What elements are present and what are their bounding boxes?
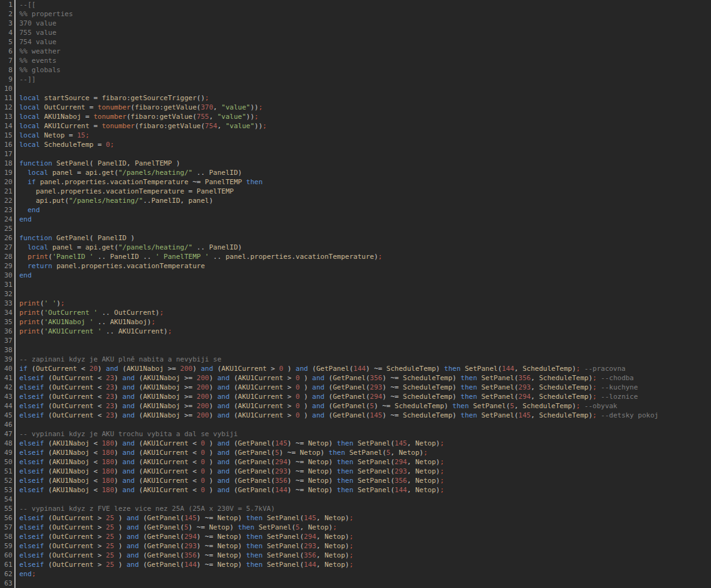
line-number: 28: [0, 252, 12, 261]
line-number: 49: [0, 448, 12, 457]
code-editor[interactable]: 1--[[2%% properties3370 value4755 value5…: [0, 0, 711, 588]
code-text: elseif (OutCurrent > 25 ) and (GetPanel(…: [16, 523, 337, 532]
code-line: 10: [0, 84, 711, 93]
code-line: 57elseif (OutCurrent > 25 ) and (GetPane…: [0, 523, 711, 532]
code-text: --]]: [16, 75, 36, 84]
code-text: elseif (OutCurrent < 23) and (AKU1Naboj …: [16, 411, 659, 420]
code-line: 54: [0, 495, 711, 504]
code-text: elseif (OutCurrent > 25 ) and (GetPanel(…: [16, 551, 354, 560]
line-number: 13: [0, 112, 12, 121]
code-text: elseif (OutCurrent < 23) and (AKU1Naboj …: [16, 401, 618, 411]
code-line: 44elseif (OutCurrent < 23) and (AKU1Nabo…: [0, 401, 711, 411]
line-number: 34: [0, 308, 12, 317]
line-number: 22: [0, 196, 12, 205]
code-text: elseif (AKU1Naboj < 180) and (AKU1Curren…: [16, 457, 444, 467]
line-number: 1: [0, 0, 12, 9]
code-line: 15local Netop = 15;: [0, 131, 711, 140]
line-number: 54: [0, 495, 12, 504]
code-text: local panel = api.get("/panels/heating/"…: [16, 168, 242, 177]
code-text: 754 value: [16, 37, 57, 47]
code-text: [16, 579, 19, 588]
code-text: %% weather: [16, 47, 60, 56]
line-number: 46: [0, 420, 12, 429]
code-line: 48elseif (AKU1Naboj < 180) and (AKU1Curr…: [0, 439, 711, 448]
code-text: return panel.properties.vacationTemperat…: [16, 261, 205, 271]
line-number: 45: [0, 411, 12, 420]
code-line: 47-- vypinani kdyz je AKU trochu vybita …: [0, 429, 711, 439]
line-number: 11: [0, 93, 12, 103]
code-line: 24end: [0, 215, 711, 224]
line-number: 4: [0, 28, 12, 37]
line-number: 48: [0, 439, 12, 448]
code-text: [16, 289, 19, 299]
code-line: 52elseif (AKU1Naboj < 180) and (AKU1Curr…: [0, 476, 711, 485]
code-text: if panel.properties.vacationTemperature …: [16, 177, 263, 187]
code-line: 23 end: [0, 205, 711, 215]
code-line: 28 print('PanelID ' .. PanelID .. ' Pane…: [0, 252, 711, 261]
code-text: function GetPanel( PanelID ): [16, 233, 134, 243]
code-line: 30end: [0, 271, 711, 280]
code-line: 25: [0, 224, 711, 233]
line-number: 38: [0, 345, 12, 355]
line-number: 57: [0, 523, 12, 532]
line-number: 63: [0, 579, 12, 588]
code-line: 4755 value: [0, 28, 711, 37]
code-text: [16, 149, 19, 159]
line-number: 62: [0, 569, 12, 579]
code-line: 40if (OutCurrent < 20) and (AKU1Naboj >=…: [0, 364, 711, 373]
code-line: 7%% events: [0, 56, 711, 65]
code-text: print('OutCurrent ' .. OutCurrent);: [16, 308, 164, 317]
line-number: 20: [0, 177, 12, 187]
code-text: %% properties: [16, 9, 73, 19]
code-text: [16, 345, 19, 355]
code-text: elseif (OutCurrent > 25 ) and (GetPanel(…: [16, 541, 354, 551]
code-text: elseif (AKU1Naboj < 180) and (AKU1Curren…: [16, 439, 444, 448]
line-number: 19: [0, 168, 12, 177]
code-line: 60elseif (OutCurrent > 25 ) and (GetPane…: [0, 551, 711, 560]
line-number: 43: [0, 392, 12, 401]
code-text: api.put("/panels/heating/"..PanelID, pan…: [16, 196, 213, 205]
code-line: 3370 value: [0, 19, 711, 28]
code-text: [16, 495, 19, 504]
code-line: 12local OutCurrent = tonumber(fibaro:get…: [0, 103, 711, 112]
code-line: 11local startSource = fibaro:getSourceTr…: [0, 93, 711, 103]
code-text: %% events: [16, 56, 57, 65]
code-line: 46: [0, 420, 711, 429]
code-text: local ScheduleTemp = 0;: [16, 140, 114, 149]
code-text: end: [16, 205, 40, 215]
code-line: 63: [0, 579, 711, 588]
code-text: local AKU1Naboj = tonumber(fibaro:getVal…: [16, 112, 258, 121]
line-number: 18: [0, 159, 12, 168]
code-text: elseif (OutCurrent < 23) and (AKU1Naboj …: [16, 383, 638, 392]
line-number: 2: [0, 9, 12, 19]
line-number: 35: [0, 317, 12, 327]
code-text: panel.properties.vacationTemperature = P…: [16, 187, 233, 196]
line-number: 21: [0, 187, 12, 196]
code-line: 36print('AKU1Current ' .. AKU1Current);: [0, 327, 711, 336]
line-number: 47: [0, 429, 12, 439]
code-line: 13local AKU1Naboj = tonumber(fibaro:getV…: [0, 112, 711, 121]
line-number: 9: [0, 75, 12, 84]
code-line: 2%% properties: [0, 9, 711, 19]
code-text: -- vypinani kdyz z FVE leze vice nez 25A…: [16, 504, 275, 513]
code-text: print('AKU1Naboj ' .. AKU1Naboj);: [16, 317, 156, 327]
code-line: 61elseif (OutCurrent > 25 ) and (GetPane…: [0, 560, 711, 569]
code-text: -- zapinani kdyz je AKU plně nabita a ne…: [16, 355, 222, 364]
code-text: end: [16, 215, 32, 224]
code-line: 32: [0, 289, 711, 299]
line-number: 24: [0, 215, 12, 224]
line-number: 8: [0, 65, 12, 75]
code-line: 34print('OutCurrent ' .. OutCurrent);: [0, 308, 711, 317]
code-line: 17: [0, 149, 711, 159]
line-number: 41: [0, 373, 12, 383]
line-number: 61: [0, 560, 12, 569]
code-line: 14local AKU1Current = tonumber(fibaro:ge…: [0, 121, 711, 131]
line-number: 40: [0, 364, 12, 373]
line-number: 33: [0, 299, 12, 308]
code-text: 755 value: [16, 28, 57, 37]
code-text: local OutCurrent = tonumber(fibaro:getVa…: [16, 103, 263, 112]
line-number: 30: [0, 271, 12, 280]
code-line: 59elseif (OutCurrent > 25 ) and (GetPane…: [0, 541, 711, 551]
code-line: 8%% globals: [0, 65, 711, 75]
code-text: [16, 280, 19, 289]
